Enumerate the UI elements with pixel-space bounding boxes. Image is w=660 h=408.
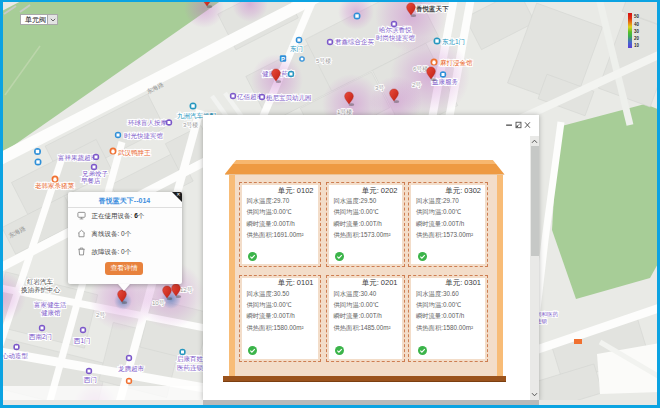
svg-text:2号: 2号 [412, 82, 421, 88]
svg-text:早餐店: 早餐店 [81, 177, 101, 185]
svg-text:2号: 2号 [96, 312, 105, 318]
svg-text:心动造型: 心动造型 [2, 352, 29, 360]
svg-text:富祥果蔬超市: 富祥果蔬超市 [58, 154, 98, 162]
svg-text:西1门: 西1门 [73, 337, 91, 344]
svg-text:P: P [281, 56, 285, 62]
svg-text:西门: 西门 [83, 376, 97, 383]
svg-text:启康百姓: 启康百姓 [177, 355, 204, 363]
svg-text:10号: 10号 [152, 300, 165, 306]
svg-text:栀尼宝贝幼儿园: 栀尼宝贝幼儿园 [266, 94, 312, 102]
svg-text:12号: 12号 [180, 287, 193, 293]
svg-text:3号楼: 3号楼 [183, 122, 198, 128]
svg-text:富家健生活: 富家健生活 [34, 301, 67, 309]
svg-text:环球盲人按摩: 环球盲人按摩 [128, 119, 168, 127]
svg-text:6号楼: 6号楼 [413, 66, 428, 72]
svg-text:老韩家杀猪菜: 老韩家杀猪菜 [35, 182, 75, 190]
svg-text:香悦蓝天下: 香悦蓝天下 [415, 5, 449, 13]
svg-text:哈尔滨香悦: 哈尔滨香悦 [379, 26, 412, 34]
svg-text:东门: 东门 [290, 45, 303, 52]
svg-text:时光快捷宾馆: 时光快捷宾馆 [124, 132, 164, 140]
svg-text:健康馆: 健康馆 [41, 309, 61, 317]
svg-text:5号楼: 5号楼 [316, 58, 331, 64]
svg-text:时尚快捷宾馆: 时尚快捷宾馆 [376, 34, 416, 42]
svg-text:红岩汽车: 红岩汽车 [27, 278, 54, 286]
svg-text:君鑫综合企买: 君鑫综合企买 [335, 38, 375, 46]
svg-text:医药连锁: 医药连锁 [177, 364, 204, 371]
svg-text:3号: 3号 [375, 85, 384, 91]
svg-text:换油养护中心: 换油养护中心 [21, 286, 61, 294]
svg-text:武汉鸭脖王: 武汉鸭脖王 [117, 149, 151, 157]
svg-text:麻打浸金馆: 麻打浸金馆 [440, 59, 473, 67]
svg-text:龙腾超市: 龙腾超市 [118, 365, 145, 373]
svg-text:东北1门: 东北1门 [442, 38, 465, 46]
svg-text:西南2门: 西南2门 [28, 333, 52, 340]
